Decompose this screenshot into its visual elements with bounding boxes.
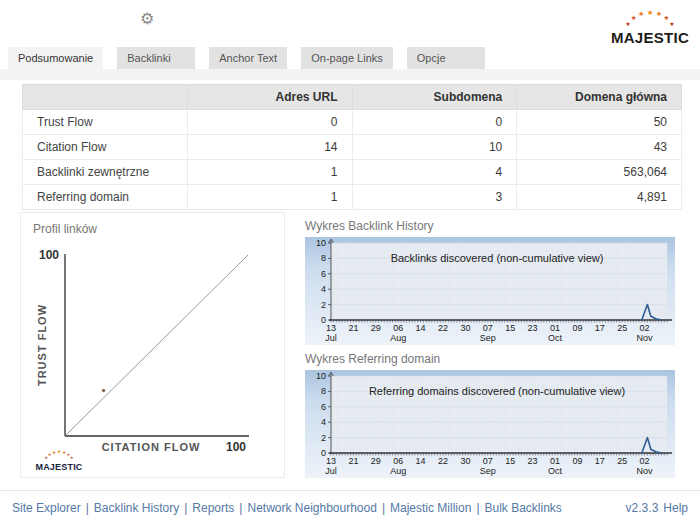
cell-value: 4,891: [517, 185, 682, 210]
row-label: Backlinki zewnętrzne: [23, 160, 188, 185]
majestic-mini-logo-text: MAJESTIC: [31, 462, 87, 472]
cell-value: 4: [352, 160, 517, 185]
svg-text:23: 23: [528, 323, 538, 333]
svg-text:17: 17: [595, 323, 605, 333]
svg-text:Nov: Nov: [637, 333, 654, 343]
svg-text:Oct: Oct: [548, 333, 563, 343]
svg-text:2: 2: [321, 433, 326, 443]
svg-text:10: 10: [316, 371, 326, 381]
footer: Site Explorer|Backlink History|Reports|N…: [0, 490, 700, 525]
svg-text:★: ★: [62, 450, 66, 455]
svg-text:23: 23: [528, 456, 538, 466]
svg-text:4: 4: [321, 284, 326, 294]
svg-text:30: 30: [460, 456, 470, 466]
svg-text:★: ★: [669, 21, 674, 27]
svg-text:8: 8: [321, 386, 326, 396]
svg-text:6: 6: [321, 402, 326, 412]
referring-domain-chart: 0246810132129061422300715230109172502Jul…: [305, 370, 675, 478]
table-row-citation-flow: Citation Flow 14 10 43: [23, 135, 682, 160]
footer-link-majestic-million[interactable]: Majestic Million: [390, 501, 471, 515]
version-label: v2.3.3: [626, 501, 659, 515]
link-profile-panel: Profil linków 100TRUST FLOWCITATION FLOW…: [20, 212, 285, 478]
svg-text:★: ★: [57, 449, 61, 454]
svg-text:21: 21: [348, 456, 358, 466]
summary-table: Adres URL Subdomena Domena główna Trust …: [22, 84, 682, 210]
svg-text:13: 13: [326, 323, 336, 333]
column-header-domena-glowna: Domena główna: [517, 85, 682, 110]
majestic-logo[interactable]: ★★★★★★★ MAJESTIC: [608, 4, 692, 46]
table-row-referring-domain: Referring domain 1 3 4,891: [23, 185, 682, 210]
svg-text:14: 14: [416, 323, 426, 333]
svg-text:Referring domains discovered (: Referring domains discovered (non-cumula…: [369, 385, 625, 397]
cell-value: 0: [352, 110, 517, 135]
cell-value: 563,064: [517, 160, 682, 185]
gear-icon[interactable]: ⚙: [140, 9, 154, 28]
svg-text:Nov: Nov: [637, 466, 654, 476]
help-link[interactable]: Help: [663, 501, 688, 515]
table-row-trust-flow: Trust Flow 0 0 50: [23, 110, 682, 135]
backlink-history-chart: 0246810132129061422300715230109172502Jul…: [305, 237, 675, 345]
svg-text:25: 25: [617, 323, 627, 333]
table-row-backlinki-zewnetrzne: Backlinki zewnętrzne 1 4 563,064: [23, 160, 682, 185]
svg-text:Jul: Jul: [325, 333, 337, 343]
tab-content-strip: [0, 69, 700, 80]
cell-value: 43: [517, 135, 682, 160]
svg-text:100: 100: [39, 248, 59, 262]
majestic-stars-arc-icon: ★★★★★★★: [610, 4, 690, 28]
svg-text:Sep: Sep: [480, 466, 496, 476]
svg-text:Sep: Sep: [480, 333, 496, 343]
footer-link-bulk-backlinks[interactable]: Bulk Backlinks: [485, 501, 562, 515]
footer-link-backlink-history[interactable]: Backlink History: [94, 501, 179, 515]
svg-text:8: 8: [321, 253, 326, 263]
svg-text:02: 02: [640, 456, 650, 466]
footer-link-reports[interactable]: Reports: [192, 501, 234, 515]
column-header-subdomena: Subdomena: [352, 85, 517, 110]
trust-citation-flow-chart: 100TRUST FLOWCITATION FLOW100: [29, 243, 277, 455]
svg-text:17: 17: [595, 456, 605, 466]
summary-table-header-row: Adres URL Subdomena Domena główna: [23, 85, 682, 110]
svg-text:4: 4: [321, 417, 326, 427]
svg-text:Backlinks discovered (non-cumu: Backlinks discovered (non-cumulative vie…: [391, 252, 604, 264]
svg-text:30: 30: [460, 323, 470, 333]
svg-text:13: 13: [326, 456, 336, 466]
svg-text:★: ★: [70, 456, 74, 460]
svg-text:CITATION FLOW: CITATION FLOW: [102, 441, 201, 453]
svg-text:Aug: Aug: [390, 333, 406, 343]
separator: |: [476, 501, 479, 515]
referring-domain-chart-title: Wykres Referring domain: [305, 352, 440, 366]
column-header-empty: [23, 85, 188, 110]
cell-value: 3: [352, 185, 517, 210]
cell-value: 10: [352, 135, 517, 160]
backlink-history-chart-title: Wykres Backlink History: [305, 219, 434, 233]
majestic-mini-logo: ★★★★★★★ MAJESTIC: [31, 446, 87, 472]
svg-text:100: 100: [226, 440, 246, 454]
svg-text:2: 2: [321, 300, 326, 310]
svg-text:6: 6: [321, 269, 326, 279]
svg-text:22: 22: [438, 456, 448, 466]
svg-text:Oct: Oct: [548, 466, 563, 476]
majestic-stars-arc-icon: ★★★★★★★: [33, 447, 85, 460]
svg-text:TRUST FLOW: TRUST FLOW: [36, 304, 48, 386]
svg-text:29: 29: [371, 323, 381, 333]
footer-link-site-explorer[interactable]: Site Explorer: [12, 501, 81, 515]
svg-text:06: 06: [393, 323, 403, 333]
svg-text:21: 21: [348, 323, 358, 333]
row-label: Trust Flow: [23, 110, 188, 135]
svg-text:★: ★: [656, 10, 662, 17]
column-header-adres-url: Adres URL: [187, 85, 352, 110]
svg-text:★: ★: [663, 14, 669, 21]
svg-text:10: 10: [316, 238, 326, 248]
row-label: Referring domain: [23, 185, 188, 210]
footer-link-network-neighbourhood[interactable]: Network Neighbourhood: [247, 501, 376, 515]
majestic-logo-text: MAJESTIC: [608, 29, 692, 46]
svg-text:★: ★: [638, 10, 644, 17]
separator: |: [86, 501, 89, 515]
cell-value: 1: [187, 160, 352, 185]
svg-text:07: 07: [483, 323, 493, 333]
svg-text:09: 09: [572, 323, 582, 333]
svg-text:★: ★: [631, 14, 637, 21]
separator: |: [239, 501, 242, 515]
svg-text:22: 22: [438, 323, 448, 333]
svg-text:29: 29: [371, 456, 381, 466]
svg-text:02: 02: [640, 323, 650, 333]
